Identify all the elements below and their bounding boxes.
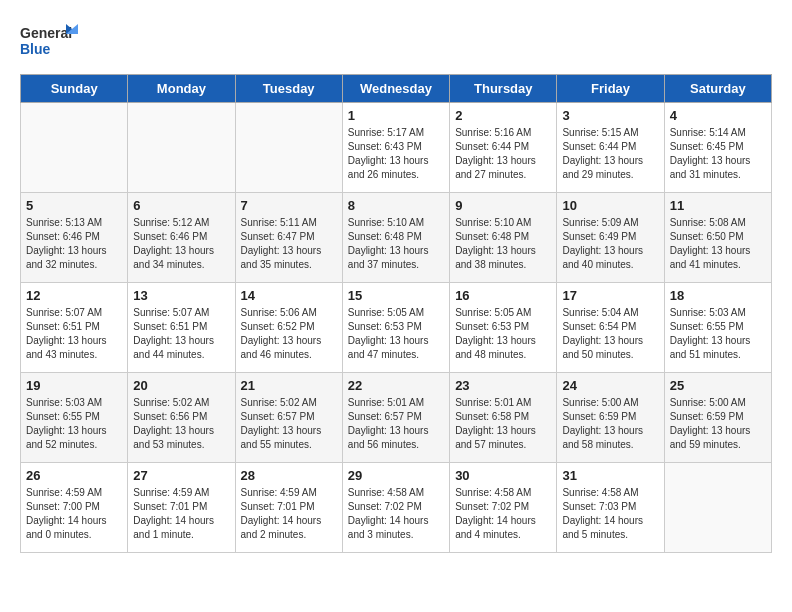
day-number: 19	[26, 378, 122, 393]
calendar-cell: 12Sunrise: 5:07 AM Sunset: 6:51 PM Dayli…	[21, 283, 128, 373]
day-info: Sunrise: 5:14 AM Sunset: 6:45 PM Dayligh…	[670, 126, 766, 182]
day-number: 1	[348, 108, 444, 123]
day-info: Sunrise: 4:59 AM Sunset: 7:01 PM Dayligh…	[241, 486, 337, 542]
day-info: Sunrise: 5:03 AM Sunset: 6:55 PM Dayligh…	[670, 306, 766, 362]
logo: GeneralBlue	[20, 20, 80, 64]
calendar-cell: 14Sunrise: 5:06 AM Sunset: 6:52 PM Dayli…	[235, 283, 342, 373]
calendar-cell	[128, 103, 235, 193]
day-info: Sunrise: 4:59 AM Sunset: 7:00 PM Dayligh…	[26, 486, 122, 542]
day-info: Sunrise: 5:15 AM Sunset: 6:44 PM Dayligh…	[562, 126, 658, 182]
weekday-header-row: SundayMondayTuesdayWednesdayThursdayFrid…	[21, 75, 772, 103]
day-number: 7	[241, 198, 337, 213]
calendar-cell: 21Sunrise: 5:02 AM Sunset: 6:57 PM Dayli…	[235, 373, 342, 463]
calendar-week-row: 26Sunrise: 4:59 AM Sunset: 7:00 PM Dayli…	[21, 463, 772, 553]
calendar-cell	[21, 103, 128, 193]
day-info: Sunrise: 5:00 AM Sunset: 6:59 PM Dayligh…	[670, 396, 766, 452]
weekday-header-monday: Monday	[128, 75, 235, 103]
calendar-cell: 15Sunrise: 5:05 AM Sunset: 6:53 PM Dayli…	[342, 283, 449, 373]
day-number: 20	[133, 378, 229, 393]
calendar-cell: 20Sunrise: 5:02 AM Sunset: 6:56 PM Dayli…	[128, 373, 235, 463]
day-number: 21	[241, 378, 337, 393]
day-info: Sunrise: 5:12 AM Sunset: 6:46 PM Dayligh…	[133, 216, 229, 272]
calendar-cell: 11Sunrise: 5:08 AM Sunset: 6:50 PM Dayli…	[664, 193, 771, 283]
calendar-table: SundayMondayTuesdayWednesdayThursdayFrid…	[20, 74, 772, 553]
day-info: Sunrise: 4:58 AM Sunset: 7:02 PM Dayligh…	[348, 486, 444, 542]
day-info: Sunrise: 5:11 AM Sunset: 6:47 PM Dayligh…	[241, 216, 337, 272]
weekday-header-sunday: Sunday	[21, 75, 128, 103]
day-info: Sunrise: 5:06 AM Sunset: 6:52 PM Dayligh…	[241, 306, 337, 362]
calendar-week-row: 19Sunrise: 5:03 AM Sunset: 6:55 PM Dayli…	[21, 373, 772, 463]
calendar-cell: 5Sunrise: 5:13 AM Sunset: 6:46 PM Daylig…	[21, 193, 128, 283]
day-number: 27	[133, 468, 229, 483]
day-number: 23	[455, 378, 551, 393]
day-number: 17	[562, 288, 658, 303]
day-number: 24	[562, 378, 658, 393]
day-number: 6	[133, 198, 229, 213]
calendar-cell: 17Sunrise: 5:04 AM Sunset: 6:54 PM Dayli…	[557, 283, 664, 373]
day-number: 12	[26, 288, 122, 303]
day-number: 28	[241, 468, 337, 483]
day-info: Sunrise: 5:05 AM Sunset: 6:53 PM Dayligh…	[455, 306, 551, 362]
calendar-cell: 8Sunrise: 5:10 AM Sunset: 6:48 PM Daylig…	[342, 193, 449, 283]
day-number: 29	[348, 468, 444, 483]
day-number: 30	[455, 468, 551, 483]
day-info: Sunrise: 5:01 AM Sunset: 6:57 PM Dayligh…	[348, 396, 444, 452]
day-info: Sunrise: 5:07 AM Sunset: 6:51 PM Dayligh…	[133, 306, 229, 362]
page-header: GeneralBlue	[20, 20, 772, 64]
calendar-week-row: 12Sunrise: 5:07 AM Sunset: 6:51 PM Dayli…	[21, 283, 772, 373]
weekday-header-tuesday: Tuesday	[235, 75, 342, 103]
calendar-cell: 27Sunrise: 4:59 AM Sunset: 7:01 PM Dayli…	[128, 463, 235, 553]
day-number: 31	[562, 468, 658, 483]
day-info: Sunrise: 5:00 AM Sunset: 6:59 PM Dayligh…	[562, 396, 658, 452]
day-number: 10	[562, 198, 658, 213]
calendar-cell	[664, 463, 771, 553]
day-info: Sunrise: 5:09 AM Sunset: 6:49 PM Dayligh…	[562, 216, 658, 272]
calendar-week-row: 5Sunrise: 5:13 AM Sunset: 6:46 PM Daylig…	[21, 193, 772, 283]
weekday-header-friday: Friday	[557, 75, 664, 103]
calendar-cell: 18Sunrise: 5:03 AM Sunset: 6:55 PM Dayli…	[664, 283, 771, 373]
calendar-cell: 28Sunrise: 4:59 AM Sunset: 7:01 PM Dayli…	[235, 463, 342, 553]
calendar-cell: 25Sunrise: 5:00 AM Sunset: 6:59 PM Dayli…	[664, 373, 771, 463]
calendar-week-row: 1Sunrise: 5:17 AM Sunset: 6:43 PM Daylig…	[21, 103, 772, 193]
calendar-cell: 13Sunrise: 5:07 AM Sunset: 6:51 PM Dayli…	[128, 283, 235, 373]
day-number: 5	[26, 198, 122, 213]
calendar-cell: 24Sunrise: 5:00 AM Sunset: 6:59 PM Dayli…	[557, 373, 664, 463]
day-number: 13	[133, 288, 229, 303]
day-info: Sunrise: 5:08 AM Sunset: 6:50 PM Dayligh…	[670, 216, 766, 272]
calendar-cell: 1Sunrise: 5:17 AM Sunset: 6:43 PM Daylig…	[342, 103, 449, 193]
day-info: Sunrise: 5:17 AM Sunset: 6:43 PM Dayligh…	[348, 126, 444, 182]
day-number: 22	[348, 378, 444, 393]
day-info: Sunrise: 5:05 AM Sunset: 6:53 PM Dayligh…	[348, 306, 444, 362]
day-info: Sunrise: 4:59 AM Sunset: 7:01 PM Dayligh…	[133, 486, 229, 542]
calendar-cell: 4Sunrise: 5:14 AM Sunset: 6:45 PM Daylig…	[664, 103, 771, 193]
day-info: Sunrise: 5:16 AM Sunset: 6:44 PM Dayligh…	[455, 126, 551, 182]
day-info: Sunrise: 5:01 AM Sunset: 6:58 PM Dayligh…	[455, 396, 551, 452]
day-info: Sunrise: 5:10 AM Sunset: 6:48 PM Dayligh…	[455, 216, 551, 272]
day-info: Sunrise: 5:10 AM Sunset: 6:48 PM Dayligh…	[348, 216, 444, 272]
day-number: 2	[455, 108, 551, 123]
day-info: Sunrise: 5:04 AM Sunset: 6:54 PM Dayligh…	[562, 306, 658, 362]
calendar-cell: 10Sunrise: 5:09 AM Sunset: 6:49 PM Dayli…	[557, 193, 664, 283]
day-info: Sunrise: 4:58 AM Sunset: 7:02 PM Dayligh…	[455, 486, 551, 542]
calendar-cell: 26Sunrise: 4:59 AM Sunset: 7:00 PM Dayli…	[21, 463, 128, 553]
day-info: Sunrise: 4:58 AM Sunset: 7:03 PM Dayligh…	[562, 486, 658, 542]
calendar-cell: 3Sunrise: 5:15 AM Sunset: 6:44 PM Daylig…	[557, 103, 664, 193]
calendar-cell: 19Sunrise: 5:03 AM Sunset: 6:55 PM Dayli…	[21, 373, 128, 463]
calendar-cell: 23Sunrise: 5:01 AM Sunset: 6:58 PM Dayli…	[450, 373, 557, 463]
day-number: 18	[670, 288, 766, 303]
calendar-cell: 22Sunrise: 5:01 AM Sunset: 6:57 PM Dayli…	[342, 373, 449, 463]
calendar-cell: 16Sunrise: 5:05 AM Sunset: 6:53 PM Dayli…	[450, 283, 557, 373]
day-number: 4	[670, 108, 766, 123]
day-number: 3	[562, 108, 658, 123]
day-info: Sunrise: 5:03 AM Sunset: 6:55 PM Dayligh…	[26, 396, 122, 452]
weekday-header-wednesday: Wednesday	[342, 75, 449, 103]
day-info: Sunrise: 5:02 AM Sunset: 6:57 PM Dayligh…	[241, 396, 337, 452]
weekday-header-saturday: Saturday	[664, 75, 771, 103]
calendar-cell: 7Sunrise: 5:11 AM Sunset: 6:47 PM Daylig…	[235, 193, 342, 283]
calendar-cell: 31Sunrise: 4:58 AM Sunset: 7:03 PM Dayli…	[557, 463, 664, 553]
day-number: 14	[241, 288, 337, 303]
day-info: Sunrise: 5:13 AM Sunset: 6:46 PM Dayligh…	[26, 216, 122, 272]
day-number: 25	[670, 378, 766, 393]
day-number: 9	[455, 198, 551, 213]
day-number: 16	[455, 288, 551, 303]
